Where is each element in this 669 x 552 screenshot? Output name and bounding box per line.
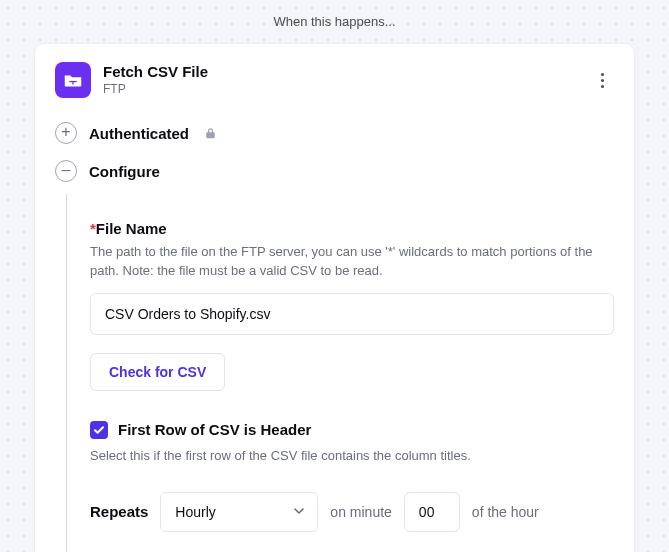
- card-menu-button[interactable]: [590, 68, 614, 92]
- filename-label-text: File Name: [96, 220, 167, 237]
- filename-description: The path to the file on the FTP server, …: [90, 243, 614, 281]
- ftp-app-icon: [55, 62, 91, 98]
- trigger-card: Fetch CSV File FTP Authenticated Configu…: [34, 43, 635, 552]
- configure-body: *File Name The path to the file on the F…: [66, 194, 614, 552]
- card-header: Fetch CSV File FTP: [55, 62, 614, 108]
- header-row-label: First Row of CSV is Header: [118, 421, 311, 438]
- collapse-icon[interactable]: [55, 160, 77, 182]
- of-the-hour-label: of the hour: [472, 504, 539, 520]
- minute-input[interactable]: [404, 492, 460, 532]
- header-row-checkbox[interactable]: [90, 421, 108, 439]
- repeats-field: Repeats Hourly on minute of the hour: [90, 492, 614, 532]
- chevron-down-icon: [293, 504, 305, 520]
- title-block: Fetch CSV File FTP: [103, 62, 578, 97]
- configure-label: Configure: [89, 163, 160, 180]
- header-row-description: Select this if the first row of the CSV …: [90, 447, 614, 466]
- card-subtitle: FTP: [103, 82, 578, 98]
- repeats-label: Repeats: [90, 503, 148, 520]
- card-title: Fetch CSV File: [103, 62, 578, 82]
- repeats-interval-select[interactable]: Hourly: [160, 492, 318, 532]
- authenticated-label: Authenticated: [89, 125, 189, 142]
- lock-icon: [205, 127, 216, 139]
- on-minute-label: on minute: [330, 504, 391, 520]
- filename-input[interactable]: [90, 293, 614, 335]
- configure-section-header[interactable]: Configure: [55, 156, 614, 194]
- filename-field: *File Name The path to the file on the F…: [90, 220, 614, 391]
- repeats-interval-value: Hourly: [175, 504, 215, 520]
- trigger-header: When this happens...: [0, 0, 669, 43]
- filename-label: *File Name: [90, 220, 614, 237]
- authenticated-section-header[interactable]: Authenticated: [55, 108, 614, 156]
- check-for-csv-button[interactable]: Check for CSV: [90, 353, 225, 391]
- expand-icon[interactable]: [55, 122, 77, 144]
- svg-rect-1: [72, 82, 73, 85]
- header-row-field: First Row of CSV is Header: [90, 421, 614, 439]
